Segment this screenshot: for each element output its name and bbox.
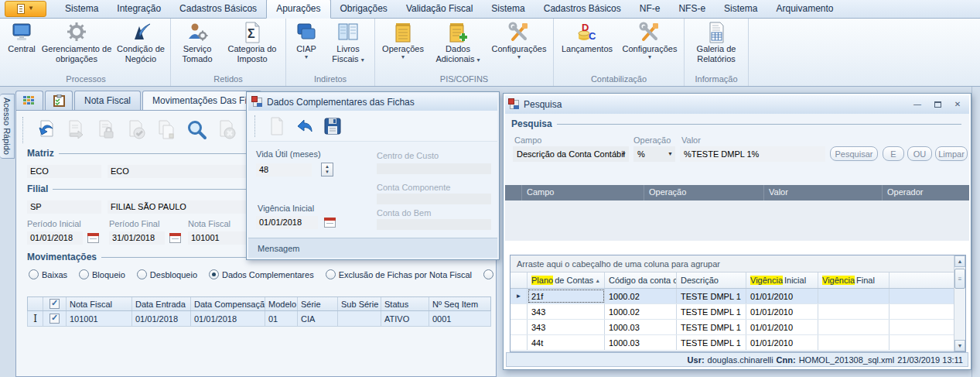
ribbon-button-condicao-negocio[interactable]: Condição de Negócio	[114, 20, 168, 74]
grid-column-header-vigencia-inicial[interactable]: Vigência Inicial	[746, 272, 818, 288]
menu-item-sistema[interactable]: Sistema	[56, 0, 108, 18]
cancel-document-button[interactable]	[213, 117, 240, 143]
grid-column-header-vigencia-final[interactable]: Vigência Final	[818, 272, 890, 288]
return-document-button[interactable]	[32, 117, 59, 143]
scroll-down-button[interactable]: ▼	[954, 340, 965, 351]
radio-desbloqueio[interactable]: Desbloqueio	[137, 269, 197, 279]
criteria-column-header[interactable]: Campo	[522, 185, 644, 200]
select-all-checkbox[interactable]	[43, 297, 67, 310]
close-button[interactable]: ✕	[951, 99, 965, 111]
scroll-up-button[interactable]: ▲	[954, 255, 965, 267]
matriz-code-input[interactable]: ECO	[27, 165, 101, 178]
ribbon-button-ciap[interactable]: CIAP ▾	[289, 20, 324, 74]
copy-document-button[interactable]	[153, 117, 179, 143]
grid-column-header-codigo[interactable]: Código da conta co...	[605, 272, 677, 288]
radio-ficha[interactable]: Ficha	[483, 269, 494, 279]
column-header[interactable]: Data Compensação	[191, 297, 265, 310]
pesquisar-button[interactable]: Pesquisar	[830, 146, 878, 161]
confirm-document-button[interactable]	[123, 117, 149, 143]
filial-code-input[interactable]: SP	[27, 200, 101, 214]
radio-bloqueio[interactable]: Bloqueio	[79, 269, 125, 279]
ribbon-button-configuracoes-contabilizacao[interactable]: Configurações ▾	[618, 20, 681, 74]
grid-column-header-descricao[interactable]: Descrição	[677, 272, 746, 288]
criteria-column-header[interactable]: Operação	[644, 185, 764, 200]
ribbon-button-configuracoes[interactable]: Configurações ▾	[487, 20, 551, 74]
maximize-button[interactable]	[930, 99, 944, 111]
send-document-button[interactable]	[63, 117, 89, 143]
tab-nota-fiscal[interactable]: Nota Fiscal	[74, 91, 141, 110]
group-by-bar[interactable]: Arraste aqui o cabeçalho de uma coluna p…	[510, 255, 965, 272]
menu-item-arquivamento[interactable]: Arquivamento	[767, 0, 842, 18]
column-header[interactable]: Nota Fiscal	[67, 297, 132, 310]
tab-movimentacoes-das-fichas[interactable]: Movimentações Das Fic	[142, 91, 261, 110]
row-checkbox[interactable]	[43, 311, 67, 326]
vigencia-inicial-input[interactable]: 01/01/2018	[256, 216, 318, 229]
menu-item-validacao-fiscal[interactable]: Validação Fiscal	[397, 0, 482, 18]
vertical-scrollbar[interactable]: ▲ ≡ ▼	[954, 255, 965, 351]
tab-grid[interactable]	[15, 91, 43, 110]
quick-access-tab[interactable]: Acesso Rápido	[0, 94, 15, 159]
dialog-titlebar[interactable]: Dados Complementares das Fichas	[248, 94, 497, 111]
periodo-inicial-input[interactable]: 01/01/2018	[27, 231, 83, 245]
menu-item-apuracoes[interactable]: Apurações	[266, 0, 330, 19]
matriz-name-input[interactable]: ECO	[108, 165, 251, 178]
ribbon-button-lancamentos[interactable]: DC Lançamentos	[556, 20, 618, 74]
menu-item-sistema-2[interactable]: Sistema	[482, 0, 534, 18]
column-header[interactable]: Nº Seq Item	[429, 297, 490, 310]
column-header[interactable]: Sub Série	[338, 297, 381, 310]
vida-util-input[interactable]: 48	[256, 163, 312, 177]
menu-item-integracao[interactable]: Integração	[108, 0, 170, 18]
ribbon-button-central[interactable]: Central	[4, 20, 39, 74]
column-header[interactable]: Modelo	[265, 297, 298, 310]
campo-select[interactable]: Descrição da Conta Contábil▼	[513, 146, 629, 162]
criteria-column-header[interactable]: Operador	[883, 185, 969, 200]
grid-row[interactable]: 343 1000.03 TESTE DMPL 1 01/01/2010	[510, 320, 965, 335]
table-row[interactable]: I 101001 01/01/2018 01/01/2018 01 CIA AT…	[27, 311, 491, 327]
grid-row[interactable]: 44t 1000.03 TESTE DMPL 1 01/01/2010	[510, 335, 965, 351]
ribbon-button-livros-fiscais[interactable]: Livros Fiscais ▾	[324, 20, 372, 74]
ribbon-button-dados-adicionais[interactable]: Dados Adicionais ▾	[429, 20, 487, 74]
undo-button[interactable]	[293, 115, 316, 138]
calendar-icon[interactable]	[324, 218, 336, 228]
application-menu-button[interactable]: ▼	[5, 1, 46, 17]
menu-item-cadastros-basicos[interactable]: Cadastros Básicos	[170, 0, 266, 18]
grid-row[interactable]: 343 1000.02 TESTE DMPL 1 01/01/2010	[510, 304, 965, 320]
nota-fiscal-input[interactable]: 101001	[188, 231, 248, 245]
window-titlebar[interactable]: Pesquisa — ✕	[505, 95, 969, 114]
menu-item-sistema-3[interactable]: Sistema	[715, 0, 767, 18]
calendar-icon[interactable]	[169, 233, 181, 243]
operacao-select[interactable]: %▼	[633, 146, 675, 162]
ribbon-button-gerenciamento-obrigacoes[interactable]: Gerenciamento de obrigações	[39, 20, 114, 74]
periodo-final-input[interactable]: 31/01/2018	[109, 231, 165, 245]
grid-column-header-plano[interactable]: Plano de Contas▲	[528, 272, 605, 288]
new-document-button[interactable]	[265, 115, 289, 138]
valor-input[interactable]: %TESTE DMPL 1%	[680, 146, 825, 162]
ribbon-button-galeria-relatorios[interactable]: Galeria de Relatórios	[687, 20, 746, 74]
minimize-button[interactable]: —	[910, 99, 924, 111]
calendar-icon[interactable]	[87, 233, 99, 243]
grid-row[interactable]: ► 21f 1000.02 TESTE DMPL 1 01/01/2010	[510, 289, 965, 304]
criteria-column-header[interactable]: Valor	[764, 185, 883, 200]
ribbon-button-operacoes[interactable]: Operações ▾	[377, 20, 429, 74]
ribbon-button-categoria-imposto[interactable]: Σ Categoria do Imposto	[221, 20, 283, 74]
ribbon-button-servico-tomado[interactable]: Serviço Tomado	[173, 20, 221, 74]
scroll-thumb[interactable]: ≡	[954, 269, 965, 289]
ou-button[interactable]: OU	[907, 146, 932, 161]
menu-item-obrigacoes[interactable]: Obrigações	[331, 0, 397, 18]
menu-item-nfe[interactable]: NF-e	[630, 0, 670, 18]
lock-document-button[interactable]	[93, 117, 119, 143]
column-header[interactable]: Série	[298, 297, 338, 310]
limpar-button[interactable]: Limpar	[935, 146, 968, 161]
tab-checklist[interactable]	[45, 91, 73, 110]
search-button[interactable]	[183, 117, 210, 143]
radio-dados-complementares[interactable]: Dados Complementares	[209, 269, 314, 279]
radio-baixas[interactable]: Baixas	[29, 269, 67, 279]
vida-util-stepper[interactable]: ▲▼	[321, 163, 333, 177]
menu-item-nfse[interactable]: NFS-e	[669, 0, 715, 18]
save-button[interactable]	[321, 115, 344, 138]
menu-item-cadastros-basicos-2[interactable]: Cadastros Básicos	[534, 0, 630, 18]
e-button[interactable]: E	[883, 146, 904, 161]
filial-name-input[interactable]: FILIAL SÃO PAULO	[108, 200, 251, 214]
column-header[interactable]: Data Entrada	[132, 297, 191, 310]
radio-exclusao-fichas[interactable]: Exclusão de Fichas por Nota Fiscal	[326, 269, 472, 279]
